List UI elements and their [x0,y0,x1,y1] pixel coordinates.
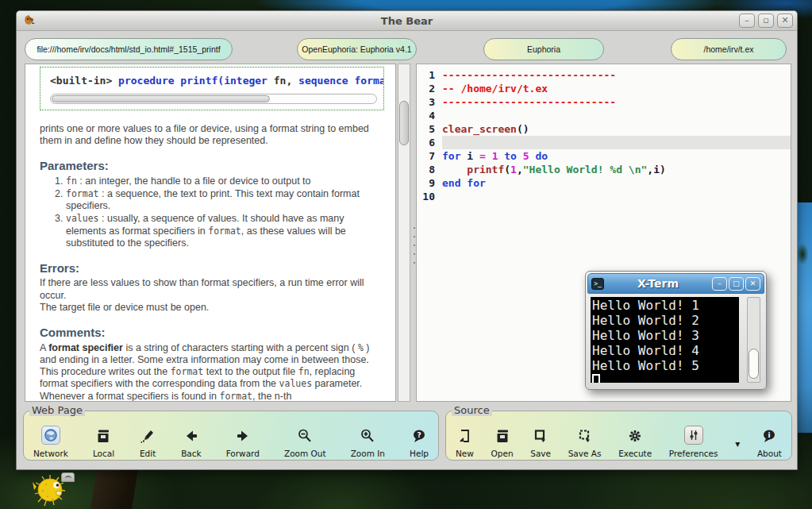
webpage-toolbar: Web Page Network Local Edit Back [23,411,439,461]
svg-text:?: ? [417,431,421,439]
window-title: The Bear [17,15,797,27]
tab-file[interactable]: /home/irv/t.ex [671,38,787,60]
xterm-titlebar[interactable]: >_ X-Term – □ ✕ [587,273,764,294]
doc-vscroll-thumb[interactable] [399,101,409,145]
close-button[interactable]: ✕ [777,13,793,28]
code-line[interactable]: 5clear_screen() [417,122,791,136]
code-line[interactable]: 7for i = 1 to 5 do [417,149,791,163]
signature-hscrollbar[interactable] [50,94,377,104]
webpage-toolbar-legend: Web Page [29,404,85,416]
code-line[interactable]: 9end for [417,176,791,190]
tab-openeuphoria[interactable]: OpenEuphoria: Euphoria v4.1 [297,38,417,60]
terminal-line: Hello World! 3 [592,328,739,343]
line-number: 6 [417,136,442,149]
sliders-icon [684,426,703,445]
line-number: 1 [417,68,442,82]
line-text: end for [442,176,791,190]
editor-code-lines: 1----------------------------2-- /home/i… [417,68,791,203]
terminal-line: Hello World! 1 [592,298,739,313]
line-text: ---------------------------- [442,95,791,109]
maximize-button[interactable]: ▫ [758,13,774,28]
line-text [442,190,791,203]
xterm-scrollbar[interactable] [747,297,760,383]
code-line[interactable]: 3---------------------------- [417,95,791,109]
forward-button[interactable]: Forward [226,418,260,458]
terminal-line: Hello World! 5 [592,358,739,373]
arrow-left-icon [183,427,200,445]
tree-blob [798,238,812,270]
local-button[interactable]: Local [93,418,114,458]
chevron-down-icon[interactable]: ▾ [735,438,740,449]
line-number: 8 [417,163,442,176]
parameters-list: fn : an integer, the handle to a file or… [40,175,379,250]
line-number: 3 [417,95,442,109]
preferences-button[interactable]: Preferences [669,418,718,458]
errors-p2: The target file or device must be open. [40,302,379,314]
line-number: 10 [417,190,442,203]
code-line[interactable]: 4 [417,109,791,122]
new-doc-icon [456,427,473,445]
xterm-close-button[interactable]: ✕ [745,277,760,291]
line-text: for i = 1 to 5 do [442,149,791,163]
signature-hscroll-thumb[interactable] [52,95,270,102]
svg-text:i: i [768,431,771,439]
network-button[interactable]: Network [33,418,68,458]
code-line[interactable]: 8 printf(1,"Hello World! %d \n",i) [417,163,791,176]
main-window: The Bear – ▫ ✕ file:///home/irv/docs/htm… [16,10,798,470]
back-button[interactable]: Back [181,418,202,458]
code-line[interactable]: 6 [417,136,791,149]
source-toolbar: Source New Open Save Save As [445,411,792,461]
list-item: values : usually, a sequence of values. … [66,213,379,249]
new-button[interactable]: New [456,418,474,458]
list-item: fn : an integer, the handle to a file or… [66,175,379,187]
line-text: -- /home/irv/t.ex [442,82,791,95]
line-text: clear_screen() [442,122,791,136]
xterm-maximize-button[interactable]: □ [729,277,744,291]
tab-url[interactable]: file:///home/irv/docs/html/std_io.html#_… [25,38,233,60]
terminal-line: Hello World! 2 [592,313,739,328]
errors-heading: Errors: [40,261,379,276]
panel-nub-button[interactable] [61,472,75,482]
terminal-lines: Hello World! 1Hello World! 2Hello World!… [592,298,739,373]
folder-icon [494,427,511,445]
xterm-window: >_ X-Term – □ ✕ Hello World! 1Hello Worl… [585,271,767,390]
tree-trunk [90,470,138,509]
web-doc-panel[interactable]: <built-in> procedure printf(integer fn, … [25,64,396,402]
edit-button[interactable]: Edit [139,418,156,458]
zoom-in-icon [359,427,376,445]
line-text [442,109,791,122]
tab-euphoria[interactable]: Euphoria [483,38,604,60]
line-text [442,136,791,149]
code-line[interactable]: 10 [417,190,791,203]
pencil-icon [139,427,156,445]
save-button[interactable]: Save [530,418,551,458]
xterm-minimize-button[interactable]: – [712,277,727,291]
doc-vscrollbar[interactable] [398,64,410,402]
arrow-right-icon [234,427,252,445]
line-number: 5 [417,122,442,136]
zoom-out-button[interactable]: Zoom Out [284,418,326,458]
source-toolbar-legend: Source [452,404,492,416]
line-text: ---------------------------- [442,68,791,82]
xterm-scroll-thumb[interactable] [749,349,759,379]
code-line[interactable]: 2-- /home/irv/t.ex [417,82,791,95]
xterm-title: X-Term [606,277,710,290]
terminal-cursor [592,374,600,383]
open-button[interactable]: Open [491,418,514,458]
parameters-heading: Parameters: [40,159,379,173]
minimize-button[interactable]: – [739,13,755,28]
execute-button[interactable]: Execute [618,418,652,458]
doc-intro: prints one or more values to a file or d… [40,123,379,148]
help-button[interactable]: ? Help [410,418,429,458]
save-icon [532,427,549,445]
terminal-output[interactable]: Hello World! 1Hello World! 2Hello World!… [591,297,739,383]
zoom-in-button[interactable]: Zoom In [351,418,385,458]
save-as-button[interactable]: Save As [568,418,602,458]
about-button[interactable]: i About [757,418,782,458]
line-number: 7 [417,149,442,163]
code-line[interactable]: 1---------------------------- [417,68,791,82]
folder-icon [94,427,112,445]
info-bubble-icon: i [760,427,778,445]
bear-icon [23,14,37,28]
window-titlebar[interactable]: The Bear – ▫ ✕ [17,11,797,31]
